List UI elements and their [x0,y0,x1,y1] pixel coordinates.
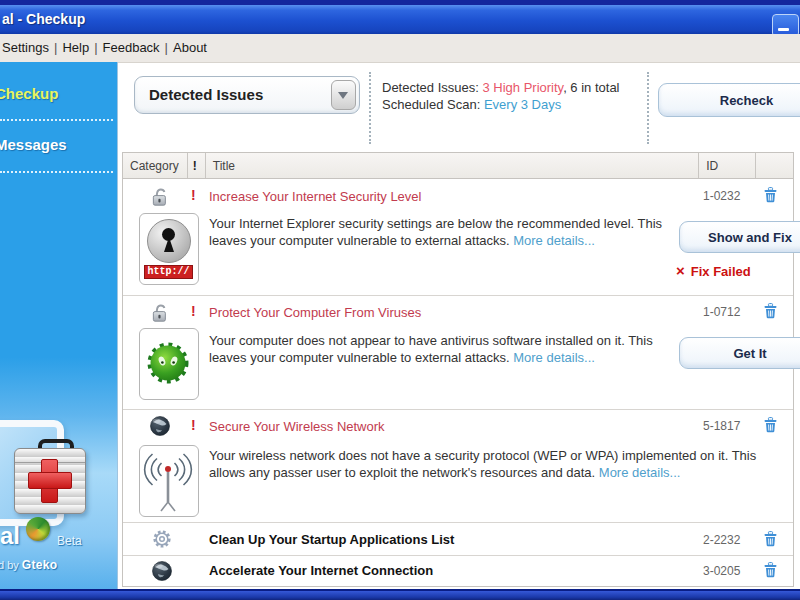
trash-icon[interactable] [763,531,778,547]
scheduled-scan-value[interactable]: Every 3 Days [484,97,561,112]
menu-item-help[interactable]: Help [62,40,89,55]
red-cross-icon [28,472,72,489]
menu-separator: | [94,40,97,55]
issue-description: Your wireless network does not have a se… [209,448,795,481]
show-and-fix-button[interactable]: Show and Fix [679,221,800,253]
titlebar[interactable]: al - Checkup [0,5,800,34]
unlocked-padlock-icon [149,302,173,326]
priority-exclamation: ! [191,187,196,203]
brand-name: al [0,522,20,550]
issues-table: ! Increase Your Internet Security Level … [122,179,794,587]
get-it-button[interactable]: Get It [679,337,800,369]
http-banner: http:// [144,265,193,279]
fix-failed-status: ×Fix Failed [676,262,751,279]
beta-badge: Beta [57,534,82,548]
powered-by-line: d by Gteko [0,558,57,572]
recheck-button[interactable]: Recheck [658,83,800,117]
window-bottom-border [0,589,800,600]
powered-by-prefix: d by [0,559,22,571]
issue-id: 5-1817 [703,419,740,433]
issue-title[interactable]: Clean Up Your Startup Applications List [209,532,454,547]
column-header-id[interactable]: ID [699,153,756,178]
unlocked-padlock-icon [149,186,173,210]
table-header: Category ! Title ID [122,152,794,179]
fail-x-icon: × [676,262,685,279]
chevron-down-icon [338,92,348,99]
column-header-category[interactable]: Category [123,153,188,178]
table-row[interactable]: ! Secure Your Wireless Network 5-1817 [123,410,793,523]
header-divider [369,72,371,144]
priority-exclamation: ! [191,417,196,433]
issues-filter-value: Detected Issues [149,86,263,103]
table-row[interactable]: ! Increase Your Internet Security Level … [123,179,793,296]
issue-description: Your computer does not appear to have an… [209,333,687,366]
table-row[interactable]: Accelerate Your Internet Connection 3-02… [123,556,793,586]
trash-icon[interactable] [763,187,778,203]
more-details-link[interactable]: More details... [599,465,681,480]
menu-item-feedback[interactable]: Feedback [103,40,160,55]
menu-separator: | [54,40,57,55]
priority-exclamation: ! [191,303,196,319]
scheduled-scan-label: Scheduled Scan: [382,97,484,112]
trash-icon[interactable] [763,303,778,319]
sidebar-item-checkup[interactable]: Checkup [0,85,58,102]
header-divider [647,72,649,144]
issues-filter-dropdown[interactable]: Detected Issues [134,76,360,114]
minimize-icon [778,28,789,31]
keyhole-icon [164,237,174,252]
column-header-title[interactable]: Title [206,153,699,178]
dropdown-arrow-button[interactable] [331,80,356,110]
issue-title[interactable]: Accelerate Your Internet Connection [209,563,433,578]
wireless-antenna-icon [140,446,196,514]
table-row[interactable]: ! Protect Your Computer From Viruses 1-0… [123,296,793,410]
issue-title[interactable]: Increase Your Internet Security Level [209,189,421,204]
virus-thumbnail [139,328,199,400]
http-keyhole-thumbnail: http:// [139,213,199,285]
swirl-logo-icon [26,517,50,541]
table-row[interactable]: Clean Up Your Startup Applications List … [123,523,793,556]
gear-icon [151,528,173,550]
trash-icon[interactable] [763,417,778,433]
issue-title[interactable]: Secure Your Wireless Network [209,419,385,434]
menubar: Settings|Help|Feedback|About [0,34,800,63]
issue-description: Your Internet Explorer security settings… [209,216,687,249]
scheduled-scan-summary: Scheduled Scan: Every 3 Days [382,97,561,112]
globe-icon [151,560,173,582]
globe-icon [149,415,171,437]
issue-id: 1-0232 [703,189,740,203]
issue-title[interactable]: Protect Your Computer From Viruses [209,305,421,320]
issue-id: 1-0712 [703,305,740,319]
powered-by-brand: Gteko [22,558,58,572]
high-priority-count: 3 High Priority [482,80,563,95]
window-title: al - Checkup [2,11,85,27]
more-details-link[interactable]: More details... [513,233,595,248]
wireless-thumbnail [139,445,199,517]
sidebar-item-messages[interactable]: Messages [0,136,67,153]
sidebar-divider [0,171,113,173]
issue-id: 3-0205 [703,564,740,578]
sidebar: Checkup Messages al Beta d by Gteko [0,62,118,589]
menu-item-about[interactable]: About [173,40,207,55]
fix-failed-label: Fix Failed [691,264,751,279]
virus-icon [140,329,196,397]
app-window: al - Checkup Settings|Help|Feedback|Abou… [0,0,800,600]
total-count: , 6 in total [563,80,619,95]
detected-issues-label: Detected Issues: [382,80,482,95]
menu-separator: | [165,40,168,55]
detected-issues-summary: Detected Issues: 3 High Priority, 6 in t… [382,80,620,95]
issue-id: 2-2232 [703,533,740,547]
column-header-actions [756,153,793,178]
menu-item-settings[interactable]: Settings [2,40,49,55]
trash-icon[interactable] [763,562,778,578]
sidebar-divider [0,119,113,121]
column-header-priority[interactable]: ! [188,153,206,178]
more-details-link[interactable]: More details... [513,350,595,365]
